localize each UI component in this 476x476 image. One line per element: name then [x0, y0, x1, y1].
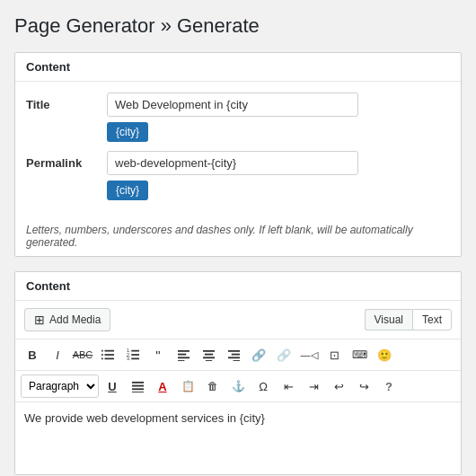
svg-rect-5	[105, 358, 115, 360]
permalink-label: Permalink	[26, 151, 107, 170]
content-fields-panel: Content Title {city} Permalink {city} Le…	[14, 52, 462, 257]
svg-rect-20	[228, 349, 240, 351]
toolbar-row-1: B I ABC 1.2.3. " 🔗 🔗 —◁ ⊡ ⌨ 🙂	[15, 339, 461, 371]
svg-rect-22	[228, 357, 240, 358]
add-media-label: Add Media	[49, 313, 101, 326]
editor-top-bar: ⊞ Add Media Visual Text	[15, 301, 461, 339]
unlink-button[interactable]: 🔗	[272, 343, 295, 366]
svg-rect-26	[132, 388, 144, 390]
undo-button[interactable]: ↩	[327, 375, 350, 398]
align-center-button[interactable]	[197, 343, 220, 366]
svg-rect-2	[101, 354, 103, 356]
help-button[interactable]: ?	[377, 375, 401, 398]
align-right-button[interactable]	[222, 343, 245, 366]
align-left-icon	[178, 349, 190, 361]
svg-rect-11	[131, 358, 139, 360]
outdent-button[interactable]: ⇤	[277, 375, 300, 398]
svg-rect-16	[203, 349, 215, 351]
special-char-button[interactable]: Ω	[251, 375, 275, 398]
svg-rect-0	[101, 350, 103, 352]
editor-content-area[interactable]: We provide web development services in {…	[15, 402, 461, 474]
editor-panel: Content ⊞ Add Media Visual Text B I ABC …	[14, 271, 462, 475]
justify-button[interactable]	[126, 375, 149, 398]
permalink-input[interactable]	[107, 151, 358, 175]
remove-format-button[interactable]: 🗑	[201, 375, 225, 398]
ul-icon	[101, 348, 114, 361]
distraction-free-button[interactable]: ⊡	[322, 343, 346, 366]
indent-button[interactable]: ⇥	[302, 375, 325, 398]
title-input[interactable]	[107, 93, 358, 117]
align-left-button[interactable]	[172, 343, 195, 366]
italic-button[interactable]: I	[46, 343, 69, 366]
svg-rect-9	[131, 354, 139, 356]
svg-rect-12	[178, 349, 190, 351]
svg-rect-17	[204, 353, 212, 355]
title-label: Title	[26, 93, 107, 111]
add-media-icon: ⊞	[34, 313, 45, 327]
anchor-button[interactable]: ⚓	[226, 375, 250, 398]
title-row: Title {city}	[26, 93, 450, 142]
keyboard-shortcuts-button[interactable]: ⌨	[348, 343, 371, 366]
ol-icon: 1.2.3.	[127, 348, 139, 361]
text-color-button[interactable]: A	[151, 375, 174, 398]
paragraph-select[interactable]: Paragraph	[21, 375, 99, 398]
toolbar-row-2: Paragraph U A 📋 🗑 ⚓ Ω ⇤ ⇥ ↩ ↪ ?	[15, 371, 461, 402]
insert-more-button[interactable]: —◁	[297, 343, 321, 366]
svg-rect-1	[105, 350, 115, 352]
align-center-icon	[203, 349, 215, 361]
visual-tab[interactable]: Visual	[365, 309, 412, 331]
svg-text:3.: 3.	[127, 356, 130, 361]
svg-rect-7	[131, 350, 139, 352]
title-city-tag[interactable]: {city}	[107, 122, 148, 142]
content-fields-panel-title: Content	[15, 53, 461, 82]
svg-rect-25	[132, 384, 144, 386]
view-tabs: Visual Text	[365, 309, 452, 331]
svg-rect-4	[101, 358, 103, 360]
strikethrough-button[interactable]: ABC	[71, 343, 94, 366]
paste-text-button[interactable]: 📋	[176, 375, 199, 398]
link-button[interactable]: 🔗	[247, 343, 270, 366]
permalink-city-tag[interactable]: {city}	[107, 181, 148, 200]
svg-rect-18	[203, 357, 215, 358]
svg-rect-23	[233, 360, 239, 361]
unordered-list-button[interactable]	[96, 343, 119, 366]
permalink-field: {city}	[107, 151, 450, 200]
page-title: Page Generator » Generate	[14, 14, 462, 38]
smiley-button[interactable]: 🙂	[373, 343, 396, 366]
title-field: {city}	[107, 93, 450, 142]
editor-panel-title: Content	[15, 272, 461, 301]
bold-button[interactable]: B	[21, 343, 44, 366]
underline-button[interactable]: U	[101, 375, 124, 398]
ordered-list-button[interactable]: 1.2.3.	[121, 343, 145, 366]
redo-button[interactable]: ↪	[352, 375, 375, 398]
svg-rect-27	[132, 392, 144, 392]
align-right-icon	[228, 349, 240, 361]
permalink-hint: Letters, numbers, underscores and dashes…	[15, 220, 461, 256]
blockquote-button[interactable]: "	[146, 343, 170, 366]
svg-rect-19	[205, 360, 211, 361]
svg-rect-13	[178, 353, 186, 355]
svg-rect-3	[105, 354, 115, 356]
text-tab[interactable]: Text	[412, 309, 452, 331]
permalink-row: Permalink {city}	[26, 151, 450, 200]
svg-rect-15	[178, 360, 184, 361]
add-media-button[interactable]: ⊞ Add Media	[24, 308, 110, 331]
justify-icon	[132, 381, 144, 392]
svg-rect-14	[178, 357, 190, 358]
svg-rect-21	[231, 353, 239, 355]
svg-rect-24	[132, 381, 144, 383]
